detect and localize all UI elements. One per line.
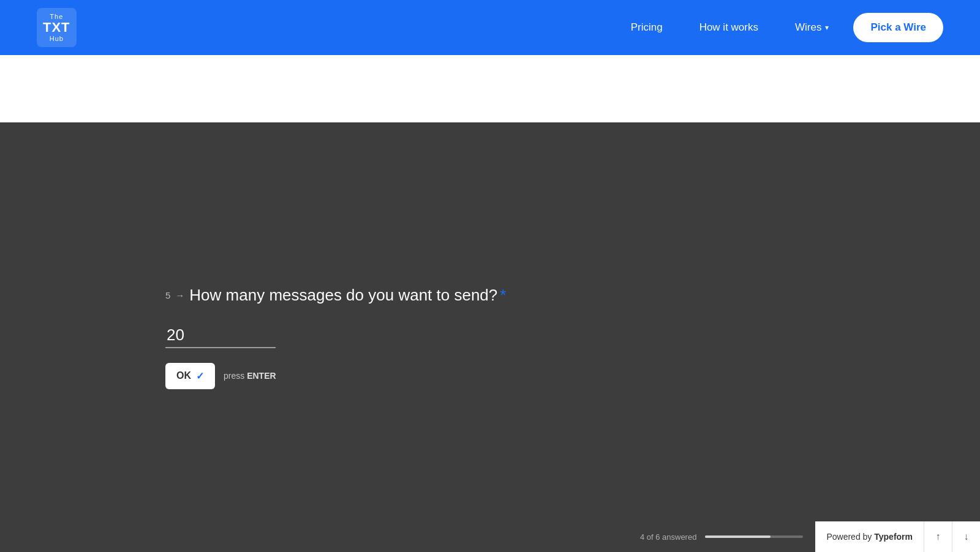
- nav-links: Pricing How it works Wires ▾: [631, 21, 829, 34]
- typeform-brand: Typeform: [874, 532, 913, 542]
- pick-a-wire-button[interactable]: Pick a Wire: [853, 13, 943, 42]
- progress-text: 4 of 6 answered: [640, 532, 697, 542]
- typeform-badge[interactable]: Powered by Typeform: [815, 521, 924, 552]
- nav-link-how-it-works[interactable]: How it works: [699, 21, 758, 34]
- nav-link-wires[interactable]: Wires ▾: [795, 21, 829, 34]
- chevron-down-icon: ▾: [825, 23, 829, 32]
- nav-down-button[interactable]: ↓: [952, 521, 980, 552]
- logo-box: The TXT Hub: [37, 8, 77, 47]
- nav-arrows: ↑ ↓: [924, 521, 980, 552]
- question-text: How many messages do you want to send?*: [189, 286, 506, 305]
- question-label: 5 → How many messages do you want to sen…: [165, 286, 980, 305]
- logo[interactable]: The TXT Hub: [37, 8, 77, 47]
- progress-area: 4 of 6 answered: [628, 532, 816, 542]
- checkmark-icon: ✓: [196, 370, 204, 382]
- ok-button[interactable]: OK ✓: [165, 363, 215, 389]
- logo-txt: TXT: [43, 20, 70, 35]
- typeform-powered-by: Powered by Typeform: [826, 532, 913, 542]
- bottom-bar: 4 of 6 answered Powered by Typeform ↑ ↓: [0, 521, 980, 552]
- message-count-input[interactable]: [165, 323, 276, 348]
- progress-bar-fill: [705, 535, 771, 538]
- question-text-label: How many messages do you want to send?: [189, 286, 497, 304]
- question-arrow-icon: →: [175, 290, 184, 300]
- input-area: [165, 323, 980, 348]
- ok-label: OK: [176, 370, 191, 381]
- enter-label: ENTER: [247, 371, 276, 381]
- nav-up-button[interactable]: ↑: [924, 521, 952, 552]
- logo-hub: Hub: [50, 35, 64, 42]
- press-enter-hint: press ENTER: [224, 371, 276, 381]
- white-strip: [0, 55, 980, 122]
- typeform-prefix: Powered by: [826, 532, 872, 542]
- question-number: 5: [165, 290, 170, 300]
- ok-area: OK ✓ press ENTER: [165, 363, 980, 389]
- required-marker: *: [500, 286, 506, 304]
- nav-link-wires-label: Wires: [795, 21, 821, 34]
- progress-bar-container: [705, 535, 803, 538]
- nav-link-pricing[interactable]: Pricing: [631, 21, 663, 34]
- main-form-section: 5 → How many messages do you want to sen…: [0, 122, 980, 552]
- navbar: The TXT Hub Pricing How it works Wires ▾…: [0, 0, 980, 55]
- press-label: press: [224, 371, 244, 381]
